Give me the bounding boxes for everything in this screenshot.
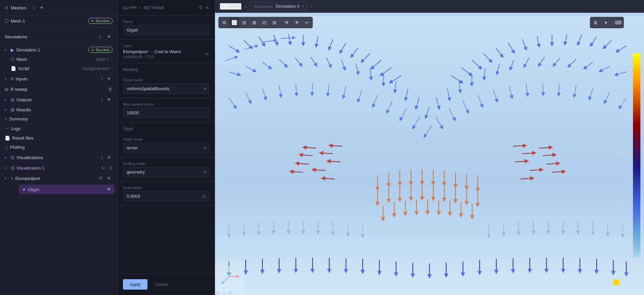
keyboard-btn[interactable]: ⌨ [613, 18, 623, 27]
inputs-toggle[interactable]: ▾ [5, 77, 9, 81]
eye2-btn[interactable]: 👁 [292, 18, 302, 27]
duplicate-settings-btn[interactable]: ⧉ [199, 5, 203, 10]
results-row[interactable]: ▾ ⊞ Results [0, 105, 117, 114]
vis1-toggle[interactable]: ▾ [5, 166, 9, 170]
name-field-group: Name [118, 15, 215, 40]
script-icon: 📄 [11, 66, 16, 71]
sim-dropdown-arrow: ▾ [302, 4, 304, 8]
script-subitem[interactable]: ▸ 📄 Script Autogenerated › [0, 64, 117, 73]
elumpedport-eye[interactable]: 👁 [98, 176, 103, 181]
logs-item[interactable]: 〜 Logs [0, 123, 117, 134]
name-input[interactable] [123, 25, 209, 35]
settings-panel: GLYPH • SETTINGS ⧉ ✕ Name Layer Elumpedp… [118, 0, 215, 295]
inputs-row[interactable]: ▾ fx Inputs · 1 + [0, 73, 117, 84]
elumpedport-row[interactable]: ▾ ≡ Elumpedport 👁 + [0, 173, 117, 184]
mesh1-label: Mesh 1 [11, 19, 86, 24]
summary-item[interactable]: ≡ Summary [0, 114, 117, 123]
table-view-btn[interactable]: ⊟ [260, 18, 269, 27]
simulation1-row[interactable]: ▾ ▶ Simulation 1 ↻ Success [0, 45, 117, 55]
scaling-mode-select[interactable]: geometry [123, 167, 209, 177]
prev-sim-btn[interactable]: ‹ [245, 3, 247, 9]
simulations-title: Simulations [5, 34, 96, 39]
layer-value: Elumpedport → Cool to Warm [123, 49, 203, 54]
max-sample-input[interactable] [123, 108, 209, 118]
menu-icon[interactable]: ≡ [5, 4, 8, 11]
simulations-count: 1 [99, 34, 101, 39]
vis1-refresh[interactable]: ↻ [101, 165, 105, 171]
outputs-row[interactable]: ▸ ⊟ Outputs · 1 + [0, 94, 117, 105]
outputs-toggle[interactable]: ▸ [5, 98, 9, 102]
glyph-mode2-select[interactable]: arrow [123, 143, 209, 153]
undo-btn[interactable]: ↩ [302, 18, 312, 27]
outputs-label: Outputs [16, 97, 97, 102]
glyph-section-title: Glyph [118, 122, 215, 133]
toolbar-left: ⚙ ⬜ ⊞ ⊠ ⊟ ⊞ 👁 👁 ↩ [218, 17, 313, 28]
add-simulation-button[interactable]: + [105, 33, 113, 40]
add-elumpedport-btn[interactable]: + [105, 175, 113, 182]
scale-factor-field: Scale factor ↻ [118, 182, 215, 206]
rsweep-label: R sweep [10, 87, 106, 92]
tb-separator1 [281, 19, 281, 26]
toolbar-right: 🖥 ▾ ⌨ [590, 17, 624, 28]
simulation1-label: Simulation 1 [16, 47, 86, 52]
mesh-view-btn[interactable]: ⊠ [250, 18, 259, 27]
meshes-count-value: 1 [33, 5, 35, 10]
settings-tb-btn[interactable]: ⚙ [219, 18, 229, 27]
glyph-eye[interactable]: 👁 [106, 187, 111, 192]
monitor-dropdown-btn[interactable]: ▾ [601, 18, 610, 27]
results-toggle[interactable]: ▾ [5, 108, 9, 112]
vis-count: · 1 [99, 155, 103, 160]
cancel-button[interactable]: Cancel [151, 279, 172, 290]
tb-separator2 [612, 19, 612, 26]
mesh1-item[interactable]: ⬡ Mesh 1 ↻ Success [0, 16, 117, 26]
vis1-icon: ⊡ [11, 165, 14, 171]
simulation-selector[interactable]: Simulations Simulation 0 ▾ [250, 2, 307, 10]
add-input-button[interactable]: + [105, 75, 113, 82]
grid-view-btn[interactable]: ⊞ [240, 18, 249, 27]
delete-rsweep-btn[interactable]: 🗑 [108, 86, 113, 92]
vis1-filter[interactable]: ⊜ [109, 165, 113, 171]
plotting-label: Plotting [10, 145, 113, 150]
mesh-chevron: › [111, 57, 113, 62]
add-vis-button[interactable]: + [105, 154, 113, 161]
result-files-item[interactable]: 📄 Result files [0, 134, 117, 143]
glyph-mode-select[interactable]: uniformSpatialBounds [123, 83, 209, 94]
table2-view-btn[interactable]: ⊞ [270, 18, 279, 27]
mesh1-status-badge: ↻ Success [88, 18, 113, 24]
script-sub: Autogenerated [83, 66, 109, 71]
mesh-subitem[interactable]: ▸ ⬡ Mesh Mesh 1 › [0, 55, 117, 64]
apply-button[interactable]: Apply [123, 279, 147, 290]
svg-text:5e+2: 5e+2 [618, 251, 629, 256]
script-label: Script [18, 66, 81, 71]
box-view-btn[interactable]: ⬜ [229, 18, 239, 27]
results-icon: ⊞ [11, 107, 14, 112]
elumpedport-toggle[interactable]: ▾ [5, 177, 9, 180]
add-output-button[interactable]: + [105, 96, 113, 103]
monitor-btn[interactable]: 🖥 [591, 18, 600, 27]
scale-factor-reset-btn[interactable]: ↻ [203, 194, 207, 199]
inputs-count: · 1 [99, 76, 103, 81]
visualizations-label: Visualizations [16, 155, 97, 160]
layer-value-row: Elumpedport → Cool to Warm 0.00000168 · … [123, 49, 209, 59]
scale-factor-input[interactable] [123, 191, 209, 201]
visualizations-row[interactable]: ▾ ⊡ Visualizations · 1 + [0, 152, 117, 163]
render-button[interactable]: ↻ Render [220, 3, 242, 10]
add-mesh-button[interactable]: + [38, 4, 45, 11]
rsweep-item[interactable]: ⊟ R sweep 🗑 [0, 84, 117, 94]
simulation1-toggle[interactable]: ▾ [5, 48, 9, 52]
layer-edit-btn[interactable]: ✏ [205, 51, 209, 57]
plotting-item[interactable]: △ Plotting [0, 143, 117, 152]
vis-toggle[interactable]: ▾ [5, 156, 9, 159]
layer-value1: Elumpedport [123, 49, 148, 54]
svg-rect-177 [633, 53, 640, 258]
close-settings-btn[interactable]: ✕ [205, 5, 209, 10]
masking-section-title: Masking [118, 63, 215, 74]
svg-text:Elumpedport: Elumpedport [642, 144, 644, 167]
glyph-mode2-field: Glyph mode arrow [118, 133, 215, 157]
render-label: Render [226, 4, 241, 9]
scale-factor-input-row: ↻ [123, 191, 209, 201]
next-sim-btn[interactable]: › [311, 3, 312, 9]
eye-btn[interactable]: 👁 [282, 18, 292, 27]
visualization1-row[interactable]: ▾ ⊡ Visualization 1 ↻ ⊜ [0, 163, 117, 173]
glyph-row[interactable]: ✦ Glyph 👁 [19, 185, 115, 194]
